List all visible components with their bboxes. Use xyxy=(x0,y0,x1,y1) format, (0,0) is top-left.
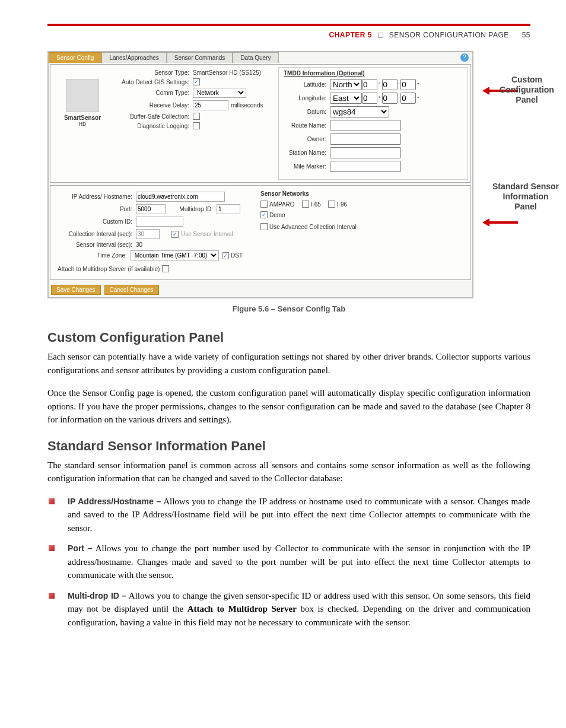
header-divider-box xyxy=(378,33,383,38)
bullet-list: IP Address/Hostname – Allows you to chan… xyxy=(47,495,530,630)
lat-min-input[interactable] xyxy=(382,79,398,90)
sensor-logo-block: SmartSensor HD xyxy=(53,67,112,180)
dst-checkbox[interactable]: ✓ xyxy=(222,252,229,259)
figure-container: Sensor Config Lanes/Approaches Sensor Co… xyxy=(47,51,530,298)
lon-min-input[interactable] xyxy=(382,93,398,104)
diagnostic-logging-checkbox[interactable] xyxy=(193,122,200,129)
help-icon[interactable]: ? xyxy=(460,53,469,62)
cancel-changes-button[interactable]: Cancel Changes xyxy=(104,285,159,295)
custom-id-label: Custom ID: xyxy=(55,218,132,225)
figure-caption: Figure 5.6 – Sensor Config Tab xyxy=(47,304,530,313)
lat-deg-input[interactable] xyxy=(362,79,377,90)
i96-checkbox[interactable] xyxy=(328,201,335,208)
tab-sensor-commands[interactable]: Sensor Commands xyxy=(167,52,233,63)
collection-interval-label: Collection Interval (sec): xyxy=(55,231,132,237)
heading-standard-sensor-information-panel: Standard Sensor Information Panel xyxy=(47,438,530,454)
receive-delay-label: Receive Delay: xyxy=(118,102,189,109)
time-zone-select[interactable]: Mountain Time (GMT -7:00) xyxy=(131,250,219,260)
tmdd-title: TMDD Information (Optional) xyxy=(284,70,463,77)
use-sensor-interval-checkbox[interactable]: ✓ xyxy=(171,231,179,238)
latitude-label: Latitude: xyxy=(284,81,326,88)
bullet-port: Port – Allows you to change the port num… xyxy=(47,542,530,582)
page-header: CHAPTER 5 SENSOR CONFIGURATION PAGE 55 xyxy=(47,24,530,51)
sensor-type-value: SmartSensor HD (SS125) xyxy=(193,69,261,76)
time-zone-label: Time Zone: xyxy=(55,252,127,259)
bullet-ip-address: IP Address/Hostname – Allows you to chan… xyxy=(47,495,530,535)
header-title: SENSOR CONFIGURATION PAGE xyxy=(389,31,509,39)
ms-label: milliseconds xyxy=(231,102,263,109)
comm-type-select[interactable]: Network xyxy=(193,88,246,98)
custom-id-input[interactable] xyxy=(136,217,183,227)
paragraph-custom-config-1: Each sensor can potentially have a wide … xyxy=(47,350,530,377)
owner-input[interactable] xyxy=(330,133,401,145)
station-name-label: Station Name: xyxy=(284,150,326,156)
mile-marker-label: Mile Marker: xyxy=(284,163,326,170)
owner-label: Owner: xyxy=(284,136,326,142)
dst-label: DST xyxy=(231,252,243,259)
receive-delay-input[interactable] xyxy=(193,100,228,110)
tab-lanes-approaches[interactable]: Lanes/Approaches xyxy=(101,52,166,63)
chapter-label: CHAPTER 5 xyxy=(329,31,373,39)
sensor-networks-block: Sensor Networks AMPARO I-65 I-96 ✓Demo U… xyxy=(255,188,409,277)
demo-checkbox[interactable]: ✓ xyxy=(260,211,268,218)
ip-address-input[interactable] xyxy=(136,192,225,202)
mile-marker-input[interactable] xyxy=(330,161,401,172)
term-ip-address: IP Address/Hostname – xyxy=(68,497,161,506)
use-sensor-interval-label: Use Sensor Interval xyxy=(181,231,233,237)
arrow-body xyxy=(489,221,518,224)
route-name-input[interactable] xyxy=(330,120,401,131)
tabs-row: Sensor Config Lanes/Approaches Sensor Co… xyxy=(49,52,472,63)
logo-subtitle: HD xyxy=(53,121,112,127)
attach-multidrop-label: Attach to Multidrop Server (if available… xyxy=(58,266,160,272)
attach-multidrop-checkbox[interactable] xyxy=(162,265,169,272)
buffer-safe-checkbox[interactable] xyxy=(193,113,200,120)
standard-sensor-information-panel: IP Address/ Hostname: Port: Multidrop ID… xyxy=(50,185,471,280)
station-name-input[interactable] xyxy=(330,147,401,158)
sensor-interval-value: 30 xyxy=(136,241,142,248)
lat-sec-input[interactable] xyxy=(400,79,416,90)
port-input[interactable] xyxy=(136,204,166,214)
text-port: Allows you to change the port number use… xyxy=(68,543,530,580)
i65-checkbox[interactable] xyxy=(302,201,309,208)
sensor-networks-title: Sensor Networks xyxy=(260,190,403,197)
lon-deg-input[interactable] xyxy=(362,93,377,104)
latitude-direction-select[interactable]: North xyxy=(330,79,362,90)
longitude-direction-select[interactable]: East xyxy=(330,93,362,104)
diagnostic-logging-label: Diagnostic Logging: xyxy=(118,123,189,129)
bullet-multidrop-id: Multi-drop ID – Allows you to change the… xyxy=(47,589,530,630)
multidrop-id-label: Multidrop ID: xyxy=(177,206,213,212)
save-changes-button[interactable]: Save Changes xyxy=(51,285,101,295)
datum-label: Datum: xyxy=(284,109,326,115)
auto-detect-label: Auto Detect GIS Settings: xyxy=(118,79,189,85)
comm-type-label: Comm Type: xyxy=(118,90,189,96)
use-advanced-collection-checkbox[interactable] xyxy=(260,223,268,230)
arrow-head-icon xyxy=(482,218,489,227)
multidrop-id-input[interactable] xyxy=(217,204,240,214)
paragraph-std-info-1: The standard sensor information panel is… xyxy=(47,459,530,485)
datum-select[interactable]: wgs84 xyxy=(330,106,389,117)
i96-label: I-96 xyxy=(337,201,347,208)
longitude-label: Longitude: xyxy=(284,95,326,101)
buffer-safe-label: Buffer-Safe Collection: xyxy=(118,113,189,120)
term-multidrop-id: Multi-drop ID – xyxy=(68,591,126,600)
collection-interval-input xyxy=(136,229,160,239)
use-advanced-collection-label: Use Advanced Collection Interval xyxy=(269,224,357,230)
tab-data-query[interactable]: Data Query xyxy=(233,52,278,63)
lon-sec-input[interactable] xyxy=(400,93,416,104)
sensor-interval-label: Sensor Interval (sec): xyxy=(55,241,132,248)
heading-custom-configuration-panel: Custom Configuration Panel xyxy=(47,330,530,345)
demo-label: Demo xyxy=(269,212,285,218)
auto-detect-checkbox[interactable]: ✓ xyxy=(193,78,200,85)
sensor-type-label: Sensor Type: xyxy=(118,69,189,76)
custom-configuration-panel: SmartSensor HD Sensor Type: SmartSensor … xyxy=(50,64,471,183)
route-name-label: Route Name: xyxy=(284,122,326,129)
callout-custom-config-panel: Custom Configuration Panel xyxy=(491,75,562,104)
logo-title: SmartSensor xyxy=(53,115,112,121)
i65-label: I-65 xyxy=(311,201,321,208)
tmdd-info-block: TMDD Information (Optional) Latitude: No… xyxy=(278,67,468,180)
tab-sensor-config[interactable]: Sensor Config xyxy=(49,52,101,63)
ip-address-label: IP Address/ Hostname: xyxy=(55,193,132,200)
text-multidrop-bold: Attach to Multidrop Server xyxy=(187,604,297,613)
amparo-checkbox[interactable] xyxy=(260,201,268,208)
term-port: Port – xyxy=(68,543,93,553)
